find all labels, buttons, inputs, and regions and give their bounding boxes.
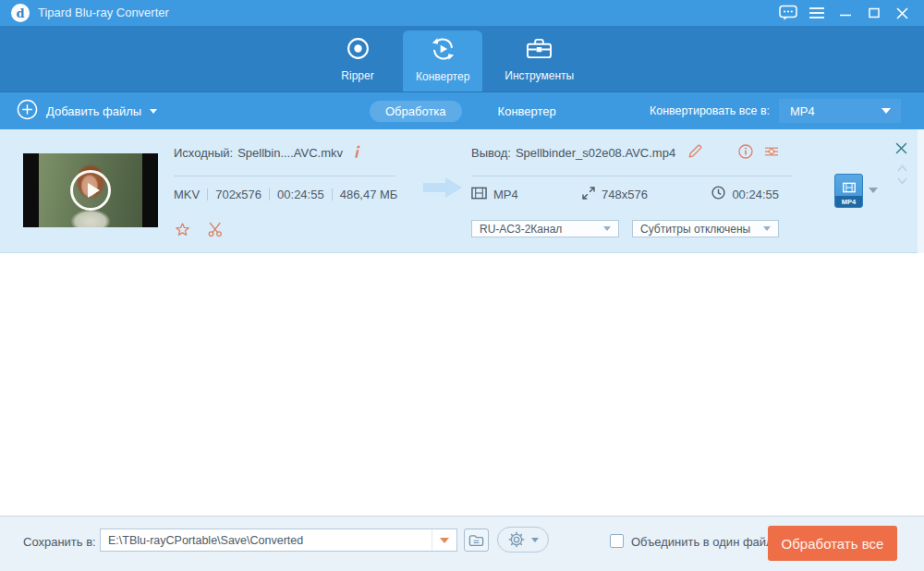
nav-tab-label: Инструменты bbox=[505, 69, 574, 82]
source-info: Исходный: Spellbin....AVC.mkv MKV 702x57… bbox=[174, 145, 395, 160]
chevron-down-icon bbox=[531, 538, 539, 542]
subtitle-select[interactable]: Субтитры отключены bbox=[632, 220, 779, 237]
divider bbox=[471, 176, 792, 176]
source-meta: MKV 702x576 00:24:55 486,47 МБ bbox=[174, 188, 397, 201]
file-row: Исходный: Spellbin....AVC.mkv MKV 702x57… bbox=[0, 129, 924, 253]
disc-icon bbox=[346, 36, 371, 65]
file-format-button[interactable]: MP4 bbox=[834, 174, 863, 208]
source-resolution: 702x576 bbox=[215, 188, 261, 201]
film-icon bbox=[471, 187, 487, 202]
edit-effects-icon[interactable] bbox=[174, 222, 191, 243]
convert-icon bbox=[429, 36, 457, 66]
save-path-input[interactable] bbox=[101, 529, 432, 551]
chevron-down-icon bbox=[150, 109, 157, 114]
app-window: d Tipard Blu-ray Converter bbox=[0, 0, 924, 571]
move-down-button[interactable] bbox=[897, 172, 907, 188]
adjust-settings-icon[interactable] bbox=[764, 144, 779, 163]
toolbar: Добавить файлы Обработка Конвертер Конве… bbox=[0, 91, 924, 129]
output-resolution: 748x576 bbox=[602, 188, 648, 201]
window-controls bbox=[773, 0, 917, 26]
output-filename: Spellbinder_s02e08.AVC.mp4 bbox=[516, 146, 675, 160]
app-title: Tipard Blu-ray Converter bbox=[38, 0, 169, 26]
open-folder-button[interactable] bbox=[464, 528, 489, 552]
gear-icon bbox=[508, 531, 525, 548]
maximize-button[interactable] bbox=[859, 0, 888, 26]
rename-icon[interactable] bbox=[687, 144, 702, 162]
save-to-label: Сохранить в: bbox=[23, 535, 96, 549]
output-format: MP4 bbox=[493, 188, 518, 201]
subtitle-value: Субтитры отключены bbox=[640, 223, 750, 236]
source-duration: 00:24:55 bbox=[277, 188, 324, 201]
global-format-value: MP4 bbox=[779, 104, 815, 118]
save-path-control bbox=[100, 528, 457, 552]
add-files-button[interactable]: Добавить файлы bbox=[17, 92, 157, 129]
plus-circle-icon bbox=[17, 99, 38, 124]
source-format: MKV bbox=[174, 188, 200, 201]
nav-tab-label: Ripper bbox=[341, 69, 373, 82]
file-list-empty-area bbox=[0, 254, 924, 516]
merge-label: Объединить в один файл bbox=[631, 535, 773, 549]
chevron-down-icon bbox=[603, 226, 611, 231]
merge-checkbox[interactable] bbox=[610, 534, 624, 548]
chevron-down-icon bbox=[881, 108, 891, 114]
audio-track-select[interactable]: RU-AC3-2Канал bbox=[471, 220, 619, 237]
scrollbar-track[interactable] bbox=[918, 129, 924, 253]
output-prefix: Вывод: bbox=[471, 146, 511, 160]
play-icon[interactable] bbox=[70, 170, 111, 211]
resolution-icon bbox=[582, 187, 595, 202]
nav-tabs: Ripper Конвертер bbox=[322, 26, 587, 91]
source-filename: Spellbin....AVC.mkv bbox=[237, 146, 343, 160]
source-size: 486,47 МБ bbox=[340, 188, 398, 201]
info-icon[interactable] bbox=[352, 145, 362, 161]
output-meta: MP4 748x576 00:24:55 bbox=[471, 186, 779, 202]
film-icon bbox=[843, 182, 856, 193]
titlebar: d Tipard Blu-ray Converter bbox=[0, 0, 924, 26]
feedback-icon[interactable] bbox=[773, 0, 802, 26]
minimize-button[interactable] bbox=[831, 0, 859, 26]
mode-tab-processing[interactable]: Обработка bbox=[370, 101, 462, 122]
audio-track-value: RU-AC3-2Канал bbox=[480, 223, 562, 236]
nav-tab-tools[interactable]: Инструменты bbox=[492, 30, 587, 91]
source-prefix: Исходный: bbox=[174, 146, 233, 160]
global-format-dropdown[interactable]: MP4 bbox=[779, 99, 901, 123]
mode-tab-converter[interactable]: Конвертер bbox=[482, 101, 572, 122]
output-info: Вывод: Spellbinder_s02e08.AVC.mp4 bbox=[471, 145, 792, 160]
chevron-down-icon bbox=[763, 226, 771, 231]
divider bbox=[174, 176, 395, 176]
nav-tab-converter[interactable]: Конвертер bbox=[403, 30, 482, 91]
video-thumbnail bbox=[23, 153, 158, 227]
close-button[interactable] bbox=[888, 0, 917, 26]
chevron-down-icon bbox=[440, 538, 449, 543]
clock-icon bbox=[711, 186, 725, 202]
cut-icon[interactable] bbox=[207, 222, 225, 243]
nav-tab-ripper[interactable]: Ripper bbox=[322, 30, 394, 91]
nav-tab-label: Конвертер bbox=[416, 70, 469, 83]
settings-button[interactable] bbox=[497, 527, 549, 553]
folder-icon bbox=[468, 534, 484, 547]
main-nav: Ripper Конвертер bbox=[0, 26, 924, 91]
convert-all-label: Конвертировать все в: bbox=[650, 104, 770, 117]
convert-all-control: Конвертировать все в: MP4 bbox=[650, 92, 901, 129]
mode-tabs: Обработка Конвертер bbox=[370, 92, 572, 129]
add-files-label: Добавить файлы bbox=[46, 104, 141, 118]
bottom-bar: Сохранить в: Объединить в один файл Обра… bbox=[0, 516, 924, 571]
arrow-right-icon bbox=[421, 176, 464, 203]
process-all-button[interactable]: Обработать все bbox=[768, 526, 897, 561]
app-logo-icon: d bbox=[11, 4, 30, 22]
remove-file-button[interactable] bbox=[895, 141, 907, 158]
output-duration: 00:24:55 bbox=[732, 188, 779, 201]
output-info-icon[interactable] bbox=[738, 144, 753, 163]
file-format-label: MP4 bbox=[835, 196, 862, 207]
menu-icon[interactable] bbox=[802, 0, 831, 26]
save-path-dropdown[interactable] bbox=[432, 529, 456, 551]
format-chevron-icon[interactable] bbox=[869, 188, 878, 193]
toolbox-icon bbox=[525, 36, 553, 65]
